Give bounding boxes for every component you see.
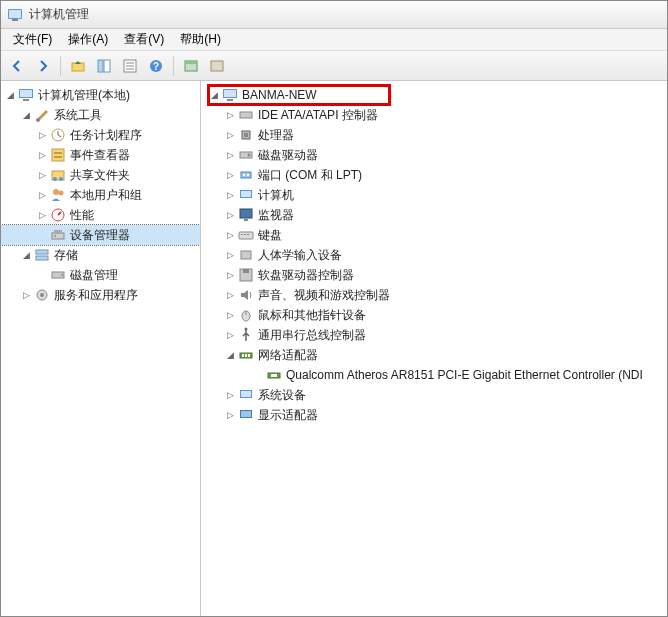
sound-icon <box>238 287 254 303</box>
expander-icon[interactable]: ▷ <box>37 130 48 141</box>
expander-icon[interactable]: ◢ <box>209 90 220 101</box>
network-icon <box>238 347 254 363</box>
tree-shared-folders[interactable]: ▷ 共享文件夹 <box>1 165 200 185</box>
tree-label: 键盘 <box>258 227 282 244</box>
app-icon <box>7 7 23 23</box>
expander-icon[interactable]: ▷ <box>225 190 236 201</box>
tree-disk-management[interactable]: 磁盘管理 <box>1 265 200 285</box>
expander-icon[interactable]: ◢ <box>5 90 16 101</box>
device-sound[interactable]: ▷声音、视频和游戏控制器 <box>201 285 667 305</box>
device-nic-qualcomm[interactable]: Qualcomm Atheros AR8151 PCI-E Gigabit Et… <box>201 365 667 385</box>
refresh-button[interactable] <box>179 54 203 78</box>
show-hide-tree-button[interactable] <box>92 54 116 78</box>
menu-view[interactable]: 查看(V) <box>116 29 172 50</box>
extra-button[interactable] <box>205 54 229 78</box>
expander-icon[interactable]: ▷ <box>37 190 48 201</box>
expander-icon[interactable]: ▷ <box>225 290 236 301</box>
device-system-devices[interactable]: ▷系统设备 <box>201 385 667 405</box>
usb-icon <box>238 327 254 343</box>
tree-device-manager[interactable]: 设备管理器 <box>1 225 200 245</box>
svg-rect-14 <box>211 61 223 71</box>
expander-icon[interactable]: ▷ <box>225 110 236 121</box>
nic-icon <box>266 367 282 383</box>
tree-label: 性能 <box>70 207 94 224</box>
expander-icon[interactable]: ▷ <box>225 270 236 281</box>
back-button[interactable] <box>5 54 29 78</box>
system-device-icon <box>238 387 254 403</box>
expander-icon[interactable]: ▷ <box>225 150 236 161</box>
expander-icon[interactable]: ▷ <box>225 410 236 421</box>
device-processors[interactable]: ▷处理器 <box>201 125 667 145</box>
expander-icon[interactable]: ▷ <box>225 390 236 401</box>
svg-rect-13 <box>186 62 196 64</box>
menu-file[interactable]: 文件(F) <box>5 29 60 50</box>
svg-rect-29 <box>52 233 64 239</box>
tree-label: 显示适配器 <box>258 407 318 424</box>
svg-point-31 <box>54 235 56 237</box>
toolbar-separator <box>60 56 61 76</box>
expander-icon[interactable]: ◢ <box>21 250 32 261</box>
expander-icon[interactable]: ▷ <box>225 210 236 221</box>
device-mice[interactable]: ▷鼠标和其他指针设备 <box>201 305 667 325</box>
svg-rect-72 <box>241 411 251 417</box>
device-floppy-controllers[interactable]: ▷软盘驱动器控制器 <box>201 265 667 285</box>
expander-icon[interactable]: ▷ <box>225 330 236 341</box>
expander-icon[interactable]: ▷ <box>225 250 236 261</box>
forward-button[interactable] <box>31 54 55 78</box>
tree-label: 任务计划程序 <box>70 127 142 144</box>
svg-point-26 <box>53 189 59 195</box>
right-tree-pane: ◢ BANMA-NEW ▷IDE ATA/ATAPI 控制器 ▷处理器 ▷磁盘驱… <box>201 81 667 616</box>
tree-storage[interactable]: ◢ 存储 <box>1 245 200 265</box>
svg-rect-59 <box>243 269 249 273</box>
device-disk-drives[interactable]: ▷磁盘驱动器 <box>201 145 667 165</box>
up-button[interactable] <box>66 54 90 78</box>
svg-rect-65 <box>245 354 247 357</box>
expander-icon[interactable]: ▷ <box>21 290 32 301</box>
expander-icon[interactable]: ◢ <box>21 110 32 121</box>
svg-rect-3 <box>72 63 84 71</box>
tree-local-users[interactable]: ▷ 本地用户和组 <box>1 185 200 205</box>
device-monitors[interactable]: ▷监视器 <box>201 205 667 225</box>
svg-point-27 <box>59 191 64 196</box>
computer-small-icon <box>238 187 254 203</box>
svg-rect-41 <box>240 112 252 118</box>
device-ports[interactable]: ▷端口 (COM 和 LPT) <box>201 165 667 185</box>
device-manager-icon <box>50 227 66 243</box>
expander-icon[interactable]: ▷ <box>37 170 48 181</box>
device-display-adapters[interactable]: ▷显示适配器 <box>201 405 667 425</box>
clock-icon <box>50 127 66 143</box>
svg-rect-68 <box>271 374 277 377</box>
expander-icon[interactable]: ▷ <box>225 130 236 141</box>
device-computers[interactable]: ▷计算机 <box>201 185 667 205</box>
menu-help[interactable]: 帮助(H) <box>172 29 229 50</box>
tree-task-scheduler[interactable]: ▷ 任务计划程序 <box>1 125 200 145</box>
help-button[interactable]: ? <box>144 54 168 78</box>
menu-action[interactable]: 操作(A) <box>60 29 116 50</box>
expander-icon[interactable]: ▷ <box>225 230 236 241</box>
expander-icon[interactable]: ▷ <box>37 150 48 161</box>
keyboard-icon <box>238 227 254 243</box>
expander-icon[interactable]: ▷ <box>37 210 48 221</box>
expander-icon[interactable]: ▷ <box>225 170 236 181</box>
device-keyboards[interactable]: ▷键盘 <box>201 225 667 245</box>
tree-system-tools[interactable]: ◢ 系统工具 <box>1 105 200 125</box>
tree-event-viewer[interactable]: ▷ 事件查看器 <box>1 145 200 165</box>
expander-icon[interactable]: ◢ <box>225 350 236 361</box>
device-hid[interactable]: ▷人体学输入设备 <box>201 245 667 265</box>
svg-rect-39 <box>224 90 236 97</box>
svg-rect-21 <box>54 152 62 154</box>
expander-icon[interactable]: ▷ <box>225 310 236 321</box>
computer-icon <box>222 87 238 103</box>
tree-label: 计算机 <box>258 187 294 204</box>
tree-root-computer-management[interactable]: ◢ 计算机管理(本地) <box>1 85 200 105</box>
extra-icon <box>209 58 225 74</box>
device-ide-controllers[interactable]: ▷IDE ATA/ATAPI 控制器 <box>201 105 667 125</box>
tree-services-apps[interactable]: ▷ 服务和应用程序 <box>1 285 200 305</box>
device-usb[interactable]: ▷通用串行总线控制器 <box>201 325 667 345</box>
tree-performance[interactable]: ▷ 性能 <box>1 205 200 225</box>
svg-rect-43 <box>244 133 248 137</box>
device-tree-root[interactable]: ◢ BANMA-NEW <box>201 85 667 105</box>
device-network-adapters[interactable]: ◢网络适配器 <box>201 345 667 365</box>
properties-button[interactable] <box>118 54 142 78</box>
svg-rect-50 <box>241 191 251 197</box>
